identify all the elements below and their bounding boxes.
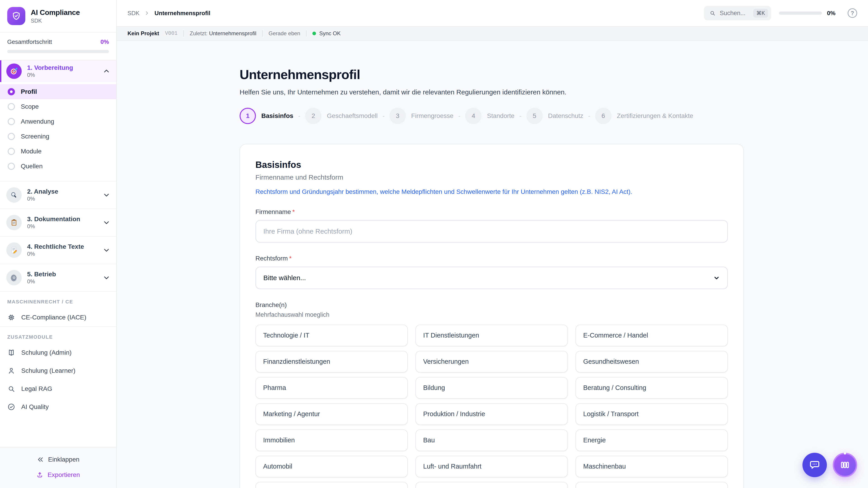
company-name-field[interactable]: [255, 220, 728, 242]
step-number: 1: [240, 108, 256, 124]
sidebar-item-screening[interactable]: Screening: [0, 129, 116, 144]
phase-progress: 0%: [27, 278, 56, 285]
required-asterisk: *: [292, 208, 295, 215]
sidebar-item-ai-quality[interactable]: AI Quality: [0, 398, 116, 416]
sync-ok-dot-icon: [312, 32, 316, 35]
industry-button[interactable]: Immobilien: [255, 429, 408, 451]
industry-button[interactable]: Energie: [576, 429, 728, 451]
search-input[interactable]: Suchen... ⌘K: [704, 6, 771, 20]
legal-form-select[interactable]: Bitte wählen...: [255, 267, 728, 289]
industry-button[interactable]: Finanzdienstleistungen: [255, 351, 408, 372]
industry-button[interactable]: Maschinenbau: [576, 456, 728, 477]
overall-progress-value: 0%: [100, 38, 109, 45]
sub-item-label: Profil: [21, 88, 37, 95]
sidebar-item-ce-compliance[interactable]: CE-Compliance (IACE): [0, 308, 116, 326]
phase-betrieb[interactable]: 5. Betrieb 0%: [0, 264, 116, 291]
sidebar-item-legal-rag[interactable]: Legal RAG: [0, 380, 116, 398]
sidebar-item-quellen[interactable]: Quellen: [0, 159, 116, 174]
phase-progress: 0%: [27, 251, 84, 257]
step-basisinfos[interactable]: 1 Basisinfos: [240, 108, 293, 124]
divider: [183, 30, 184, 37]
legal-form-selected-value: Bitte wählen...: [264, 274, 306, 282]
phase-rechtliche-texte[interactable]: 4. Rechtliche Texte 0%: [0, 236, 116, 264]
industry-button[interactable]: Produktion / Industrie: [415, 403, 568, 425]
sidebar-item-schulung-learner[interactable]: Schulung (Learner): [0, 362, 116, 380]
floating-buttons: [802, 453, 857, 477]
phase-analyse[interactable]: 2. Analyse 0%: [0, 181, 116, 208]
industry-button[interactable]: Bildung: [415, 377, 568, 399]
industry-button-partial[interactable]: [255, 482, 408, 488]
sidebar-item-scope[interactable]: Scope: [0, 99, 116, 114]
industry-button[interactable]: Technologie / IT: [255, 325, 408, 346]
memo-pencil-icon: [6, 242, 22, 258]
industry-button[interactable]: Automobil: [255, 456, 408, 477]
sub-item-label: Anwendung: [21, 118, 54, 125]
step-label: Datenschutz: [548, 112, 583, 120]
target-icon: [6, 64, 22, 79]
industry-button[interactable]: Luft- und Raumfahrt: [415, 456, 568, 477]
phase-title: 1. Vorbereitung: [27, 64, 73, 71]
sidebar-item-schulung-admin[interactable]: Schulung (Admin): [0, 344, 116, 362]
industry-button[interactable]: Marketing / Agentur: [255, 403, 408, 425]
breadcrumb: SDK Unternehmensprofil: [127, 10, 211, 17]
overall-progress-bar: [7, 50, 109, 53]
sidebar-item-profil[interactable]: Profil: [0, 84, 116, 99]
upload-icon: [36, 471, 43, 479]
phase-dokumentation[interactable]: 3. Dokumentation 0%: [0, 208, 116, 236]
step-label: Zertifizierungen & Kontakte: [617, 112, 693, 120]
app-subtitle: SDK: [31, 18, 80, 24]
industry-button[interactable]: Logistik / Transport: [576, 403, 728, 425]
industries-note: Mehrfachauswahl moeglich: [255, 311, 728, 318]
industry-button[interactable]: E-Commerce / Handel: [576, 325, 728, 346]
content-scroll-area[interactable]: Unternehmensprofil Helfen Sie uns, Ihr U…: [117, 41, 868, 488]
industry-button-partial[interactable]: [415, 482, 568, 488]
header-progress-value: 0%: [827, 10, 835, 17]
phase-vorbereitung[interactable]: 1. Vorbereitung 0%: [0, 60, 116, 82]
chat-fab-button[interactable]: [802, 453, 827, 477]
chip-icon: [7, 313, 16, 322]
magnifier-icon: [6, 187, 22, 203]
phase-progress: 0%: [27, 223, 80, 230]
sub-item-label: Scope: [21, 103, 39, 110]
step-datenschutz[interactable]: 5 Datenschutz: [526, 108, 583, 124]
radio-empty-icon: [8, 148, 15, 155]
phase-vorbereitung-items: Profil Scope Anwendung Screening Module: [0, 82, 116, 181]
industry-button[interactable]: Beratung / Consulting: [576, 377, 728, 399]
search-icon: [709, 10, 716, 16]
step-zertifizierungen[interactable]: 6 Zertifizierungen & Kontakte: [595, 108, 693, 124]
step-number: 2: [305, 108, 321, 124]
keyboard-shortcut-badge: ⌘K: [753, 9, 768, 18]
industry-button[interactable]: Pharma: [255, 377, 408, 399]
step-firmengroesse[interactable]: 3 Firmengroesse: [390, 108, 454, 124]
industry-button[interactable]: Bau: [415, 429, 568, 451]
collapse-sidebar-button[interactable]: Einklappen: [0, 452, 116, 467]
sidebar-header: AI Compliance SDK: [0, 0, 116, 33]
chevron-up-icon: [103, 68, 110, 74]
help-icon[interactable]: ?: [848, 8, 857, 18]
breadcrumb-root[interactable]: SDK: [127, 10, 140, 17]
sidebar-item-module[interactable]: Module: [0, 144, 116, 159]
step-geschaeftsmodell[interactable]: 2 Geschaeftsmodell: [305, 108, 377, 124]
step-separator: -: [520, 112, 522, 120]
app-logo: [7, 7, 25, 25]
divider: [306, 30, 307, 37]
sub-item-label: Module: [21, 148, 41, 155]
chevron-right-icon: [144, 10, 150, 16]
page-title: Unternehmensprofil: [240, 67, 744, 82]
board-fab-button[interactable]: [833, 453, 857, 477]
clipboard-icon: [6, 215, 22, 230]
industry-button-partial[interactable]: [576, 482, 728, 488]
card-title: Basisinfos: [255, 160, 728, 170]
header-progress-bar: [779, 11, 822, 15]
statusbar: Kein Projekt V001 Zuletzt: Unternehmensp…: [117, 27, 868, 41]
step-label: Geschaeftsmodell: [327, 112, 377, 120]
step-standorte[interactable]: 4 Standorte: [465, 108, 514, 124]
export-button[interactable]: Exportieren: [0, 467, 116, 483]
sidebar-item-anwendung[interactable]: Anwendung: [0, 114, 116, 129]
industry-button[interactable]: Gesundheitswesen: [576, 351, 728, 372]
book-icon: [7, 349, 16, 357]
module-item-label: CE-Compliance (IACE): [21, 314, 86, 321]
industry-button[interactable]: Versicherungen: [415, 351, 568, 372]
version-badge: V001: [165, 31, 178, 36]
industry-button[interactable]: IT Dienstleistungen: [415, 325, 568, 346]
